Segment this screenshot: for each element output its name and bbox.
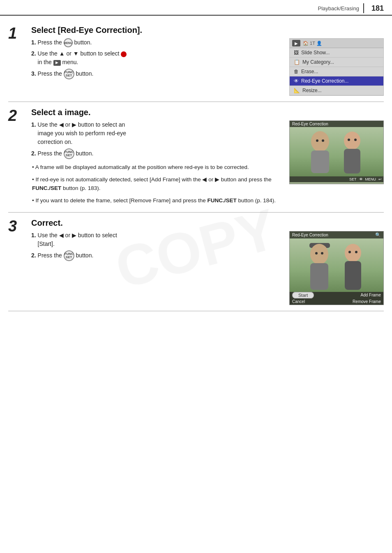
step-1-inst-1-text: Press the — [38, 39, 64, 46]
step-3-content: 1. Use the ◀ or ▶ button to select [Star… — [31, 231, 384, 305]
step-1-body: Select [Red-Eye Correction]. 1. Press th… — [30, 25, 384, 96]
step-2-inst-1: 1. Use the ◀ or ▶ button to select an im… — [31, 120, 283, 146]
menu-top-bar: ▶ 🏠 1T 👤 — [290, 39, 383, 48]
svg-rect-12 — [345, 261, 361, 290]
menu-items-list: 🖼 Slide Show... 📋 My Category... 🗑 — [290, 48, 383, 95]
camera-screen-2-bottom: SET 👁 MENU ↩ — [290, 176, 383, 182]
camera-screen-3: Red-Eye Correction 🔍 — [289, 231, 384, 305]
slideshow-icon: 🖼 — [294, 50, 299, 56]
step-2-number: 2 — [8, 108, 30, 206]
svg-point-11 — [345, 244, 361, 262]
step3-arrow-left-icon: ◀ — [59, 232, 64, 238]
menu-item-category: 📋 My Category... — [290, 58, 383, 67]
menu-icons: 🏠 1T 👤 — [303, 41, 322, 46]
section-title: Playback/Erasing — [318, 5, 359, 12]
menu-button[interactable]: MENU — [64, 38, 73, 47]
zoom-icon: 🔍 — [375, 232, 381, 238]
svg-point-13 — [315, 252, 318, 255]
step-1-content: 1. Press the MENU button. 2. Use the ▲ o… — [31, 38, 384, 96]
start-label: Start — [292, 292, 314, 298]
svg-rect-3 — [344, 149, 360, 174]
step-2-image: Red-Eye Correction — [289, 120, 384, 184]
step-3-title: Correct. — [31, 218, 384, 228]
func-set-button[interactable]: FUNCSET — [64, 69, 74, 79]
svg-point-16 — [355, 251, 357, 253]
svg-point-0 — [311, 131, 329, 152]
step-1-inst-3-after: button. — [76, 70, 94, 77]
category-label: My Category... — [302, 59, 334, 65]
step-1-instructions: 1. Press the MENU button. 2. Use the ▲ o… — [31, 38, 283, 81]
remove-frame-label: Remove Frame — [353, 299, 381, 304]
step3-func-set-button[interactable]: FUNCSET — [64, 250, 74, 261]
camera-screen-3-top: Red-Eye Correction 🔍 — [290, 231, 383, 238]
redeye-screen3-label: Red-Eye Correction — [292, 233, 328, 237]
add-frame-label: Add Frame — [361, 293, 381, 298]
step-2-bullet-2: • If red-eye is not automatically detect… — [31, 176, 283, 192]
step-3-inst-1: 1. Use the ◀ or ▶ button to select [Star… — [31, 231, 283, 248]
main-content: 1 Select [Red-Eye Correction]. 1. Press … — [0, 16, 392, 319]
step-3-inst-2-text: Press the — [38, 252, 64, 259]
arrow-up-icon: ▲ — [59, 50, 65, 57]
step-3-inst-2: 2. Press the FUNCSET button. — [31, 250, 283, 261]
svg-point-2 — [344, 132, 360, 150]
resize-label: Resize... — [302, 88, 322, 93]
svg-point-7 — [354, 139, 357, 141]
step-3-inst-1-or: or — [65, 232, 72, 238]
step-2-bullet-1: • A frame will be displayed automaticall… — [31, 163, 283, 171]
page-number: 181 — [371, 4, 384, 13]
redeye-menu-icon: 👁 — [294, 78, 299, 84]
step-1-inst-2-text: Use the — [38, 50, 59, 57]
playback-menu-icon: ▶ — [53, 60, 61, 66]
camera-screen-2-top: Red-Eye Correction — [290, 121, 383, 127]
step-1-inst-1: 1. Press the MENU button. — [31, 38, 283, 47]
step-1-inst-2-num: 2. — [31, 50, 36, 57]
step-2-body: Select a image. 1. Use the ◀ or ▶ button… — [30, 108, 384, 206]
redeye-bottom-icon: 👁 — [359, 177, 363, 181]
step-2-inst-2-after: button. — [76, 150, 94, 157]
back-icon: ↩ — [378, 177, 382, 181]
redeye-screen-label: Red-Eye Correction — [292, 122, 328, 126]
step-1-inst-2-end: in the — [31, 59, 53, 65]
step-1-inst-1-num: 1. — [31, 39, 36, 46]
step2-func-set-button[interactable]: FUNCSET — [64, 148, 74, 159]
red-eye-correction-icon — [121, 51, 127, 57]
step-1-inst-2-after: button to select — [81, 50, 121, 57]
erase-label: Erase... — [301, 69, 318, 74]
step-3-body: Correct. 1. Use the ◀ or ▶ button to sel… — [30, 218, 384, 305]
header-divider — [363, 3, 364, 13]
step-2-instructions: 1. Use the ◀ or ▶ button to select an im… — [31, 120, 283, 206]
step-3-section: 3 Correct. 1. Use the ◀ or ▶ button to s… — [8, 213, 384, 311]
camera-screen-3-bottom: Start Add Frame — [290, 292, 383, 298]
svg-point-5 — [322, 139, 324, 142]
menu-item-resize: 📐 Resize... — [290, 86, 383, 95]
step-1-number: 1 — [8, 25, 30, 96]
start-button[interactable]: Start — [292, 293, 314, 298]
svg-point-15 — [348, 251, 351, 253]
menu-item-redeye: 👁 Red-Eye Correction... — [290, 76, 383, 86]
step-3-image: Red-Eye Correction 🔍 — [289, 231, 384, 305]
step-3-inst-2-after: button. — [76, 252, 94, 259]
erase-icon: 🗑 — [294, 69, 299, 74]
step-2-inst-1-text: Use the — [38, 121, 59, 128]
step-2-title: Select a image. — [31, 108, 384, 117]
page-header: Playback/Erasing 181 — [0, 0, 392, 16]
step-3-inst-1-text: Use the — [38, 232, 59, 238]
svg-point-9 — [310, 244, 328, 264]
menu-mockup: ▶ 🏠 1T 👤 🖼 Slide Show... 📋 — [289, 38, 384, 96]
resize-icon: 📐 — [294, 88, 300, 93]
step-2-content: 1. Use the ◀ or ▶ button to select an im… — [31, 120, 384, 206]
svg-rect-1 — [311, 150, 329, 173]
people-illustration-2 — [291, 129, 382, 174]
arrow-down-icon: ▼ — [73, 50, 79, 57]
step-1-inst-2-last: menu. — [62, 59, 78, 65]
step-2-inst-1-or: or — [65, 121, 72, 128]
step-2-section: 2 Select a image. 1. Use the ◀ or ▶ butt… — [8, 102, 384, 213]
step3-arrow-right-icon: ▶ — [72, 232, 76, 238]
camera-screen-3-bottom2: Cancel Remove Frame — [290, 298, 383, 305]
step-3-instructions: 1. Use the ◀ or ▶ button to select [Star… — [31, 231, 283, 263]
step-1-inst-2: 2. Use the ▲ or ▼ button to select in th… — [31, 49, 283, 67]
step-1-section: 1 Select [Red-Eye Correction]. 1. Press … — [8, 20, 384, 102]
people-illustration-3 — [291, 240, 382, 291]
step-1-inst-2-or: or — [66, 50, 73, 57]
camera-screen-3-people — [290, 238, 383, 292]
